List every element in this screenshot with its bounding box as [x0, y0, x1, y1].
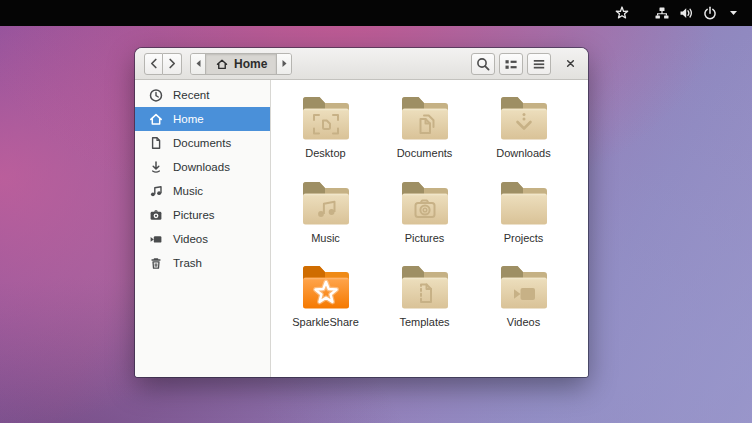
sidebar-item-trash[interactable]: Trash — [135, 251, 270, 275]
file-item-label: Documents — [397, 147, 453, 159]
view-toggle-button[interactable] — [499, 53, 523, 75]
file-item-downloads[interactable]: Downloads — [477, 93, 571, 178]
sparkleshare-folder-icon — [300, 262, 352, 312]
file-item-music[interactable]: Music — [279, 178, 373, 263]
documents-folder-icon — [399, 93, 451, 143]
breadcrumb-previous-button[interactable] — [191, 54, 205, 74]
file-item-projects[interactable]: Projects — [477, 178, 571, 263]
network-icon[interactable] — [653, 4, 671, 22]
file-item-documents[interactable]: Documents — [378, 93, 472, 178]
file-icon-grid: Desktop Documents Downloads — [271, 80, 588, 377]
sidebar-item-downloads[interactable]: Downloads — [135, 155, 270, 179]
breadcrumb-location-label: Home — [234, 57, 267, 71]
trash-can-icon — [148, 255, 164, 271]
document-icon — [148, 135, 164, 151]
file-item-label: Projects — [504, 232, 544, 244]
caret-left-icon — [196, 60, 200, 67]
sidebar-item-label: Trash — [173, 257, 202, 269]
menu-button[interactable] — [527, 53, 551, 75]
file-manager-window: Home — [135, 48, 588, 377]
file-item-label: Downloads — [496, 147, 550, 159]
camera-icon — [148, 207, 164, 223]
back-button[interactable] — [144, 53, 163, 75]
window-close-button[interactable] — [561, 55, 579, 73]
video-camera-icon — [148, 231, 164, 247]
file-item-videos[interactable]: Videos — [477, 262, 571, 347]
places-sidebar: Recent Home Documents — [135, 80, 271, 377]
plain-folder-icon — [498, 178, 550, 228]
search-button[interactable] — [471, 53, 495, 75]
pictures-folder-icon — [399, 178, 451, 228]
system-top-bar — [0, 0, 752, 26]
sidebar-item-recent[interactable]: Recent — [135, 83, 270, 107]
sidebar-item-music[interactable]: Music — [135, 179, 270, 203]
sidebar-item-label: Downloads — [173, 161, 230, 173]
home-icon — [148, 111, 164, 127]
close-icon — [564, 57, 577, 70]
system-menu-caret-icon[interactable] — [724, 4, 742, 22]
file-item-sparkleshare[interactable]: SparkleShare — [279, 262, 373, 347]
file-item-pictures[interactable]: Pictures — [378, 178, 472, 263]
file-item-templates[interactable]: Templates — [378, 262, 472, 347]
sidebar-item-videos[interactable]: Videos — [135, 227, 270, 251]
file-item-label: Videos — [507, 316, 540, 328]
headerbar: Home — [135, 48, 588, 80]
desktop: Home — [0, 0, 752, 423]
music-notes-icon — [148, 183, 164, 199]
file-item-label: SparkleShare — [292, 316, 359, 328]
search-icon — [475, 56, 491, 72]
chevron-left-icon — [151, 60, 155, 68]
templates-folder-icon — [399, 262, 451, 312]
breadcrumb-next-button[interactable] — [277, 54, 291, 74]
forward-button[interactable] — [163, 53, 182, 75]
power-icon[interactable] — [701, 4, 719, 22]
file-item-label: Desktop — [305, 147, 345, 159]
recent-clock-icon — [148, 87, 164, 103]
sidebar-item-home[interactable]: Home — [135, 107, 270, 131]
sidebar-item-label: Videos — [173, 233, 208, 245]
headerbar-actions — [471, 53, 551, 75]
file-item-label: Music — [311, 232, 340, 244]
breadcrumb-home-button[interactable]: Home — [205, 54, 277, 74]
sidebar-item-documents[interactable]: Documents — [135, 131, 270, 155]
download-arrow-icon — [148, 159, 164, 175]
file-item-label: Templates — [399, 316, 449, 328]
window-body: Recent Home Documents — [135, 80, 588, 377]
sidebar-item-label: Home — [173, 113, 204, 125]
chevron-right-icon — [170, 60, 174, 68]
file-item-desktop[interactable]: Desktop — [279, 93, 373, 178]
downloads-folder-icon — [498, 93, 550, 143]
list-view-icon — [503, 56, 519, 72]
file-item-label: Pictures — [405, 232, 445, 244]
desktop-folder-icon — [300, 93, 352, 143]
sidebar-item-label: Pictures — [173, 209, 215, 221]
music-folder-icon — [300, 178, 352, 228]
navigation-buttons — [144, 53, 182, 75]
sidebar-item-pictures[interactable]: Pictures — [135, 203, 270, 227]
videos-folder-icon — [498, 262, 550, 312]
home-icon — [215, 57, 229, 71]
sidebar-item-label: Recent — [173, 89, 209, 101]
path-breadcrumb: Home — [190, 53, 292, 75]
favorites-star-icon[interactable] — [613, 4, 631, 22]
caret-right-icon — [282, 60, 286, 67]
volume-icon[interactable] — [677, 4, 695, 22]
hamburger-menu-icon — [531, 56, 547, 72]
sidebar-item-label: Music — [173, 185, 203, 197]
sidebar-item-label: Documents — [173, 137, 231, 149]
